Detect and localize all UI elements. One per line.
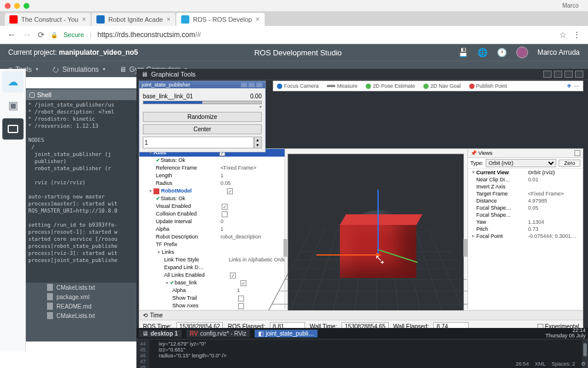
checkbox[interactable]: [222, 211, 228, 217]
file-item[interactable]: package.xml: [47, 292, 136, 301]
browser-chrome: Marco The Construct - You× Robot Ignite …: [0, 0, 588, 44]
robot-academy-icon: [96, 15, 105, 24]
jsp-titlebar[interactable]: joint_state_publisher: [139, 81, 265, 88]
publish-point-button[interactable]: Publish Point: [469, 83, 507, 89]
spin-up-icon[interactable]: ▴▾: [254, 137, 262, 148]
rviz-toolbar: Focus Camera Measure 2D Pose Estimate 2D…: [273, 81, 583, 91]
code-editor[interactable]: 4445464748 ixy="12.679" iyz="0" izz="0.6…: [136, 340, 588, 368]
joint-slider[interactable]: [143, 101, 262, 104]
joint-value: 0.00: [250, 93, 262, 100]
dock-cloud-icon[interactable]: ☁: [2, 71, 24, 92]
browser-tab-2[interactable]: Robot Ignite Acade×: [92, 13, 175, 26]
back-icon[interactable]: ←: [7, 29, 16, 40]
taskbar-rviz[interactable]: RVconfig.rviz* - RViz: [186, 330, 250, 337]
browser-tab-1[interactable]: The Construct - You×: [5, 13, 91, 26]
app-title: ROS Development Studio: [254, 48, 342, 57]
tree-robotmodel[interactable]: RobotModel: [161, 187, 226, 195]
jsp-spinbox[interactable]: [143, 137, 254, 148]
clock-icon[interactable]: 🕐: [497, 48, 507, 57]
pane-title: Graphical Tools: [151, 71, 196, 78]
tree-radius[interactable]: Radius: [156, 180, 220, 187]
tree-links[interactable]: Links: [162, 248, 226, 256]
address-bar: ← → ⟳ 🔒 Secure | https://rds.theconstruc…: [0, 26, 588, 44]
randomize-button[interactable]: Randomize: [143, 112, 262, 122]
views-panel: 📌 Views Type: Orbit (rviz) Zero ▾Current…: [467, 149, 583, 309]
close-icon[interactable]: ×: [166, 15, 171, 24]
pane-minimize-icon[interactable]: [554, 71, 562, 78]
view-type-select[interactable]: Orbit (rviz): [486, 159, 556, 167]
nav-goal-button[interactable]: 2D Nav Goal: [423, 83, 461, 89]
indent-mode[interactable]: Spaces: 2: [552, 361, 575, 367]
pose-estimate-button[interactable]: 2D Pose Estimate: [366, 83, 415, 89]
gear-icon[interactable]: ⚙: [581, 361, 586, 367]
zero-button[interactable]: Zero: [559, 160, 580, 167]
taskbar-desktop[interactable]: 🖥desktop 1: [139, 330, 182, 337]
youtube-icon: [9, 15, 18, 24]
rviz-window: ▾Axes ✔Status: Ok Reference Frame<Fixed …: [139, 148, 583, 337]
shell-output[interactable]: * /joint_state_publisher/us * /robot_des…: [26, 100, 136, 283]
window-min-btn[interactable]: [14, 3, 20, 9]
pane-close-icon[interactable]: [575, 71, 583, 78]
jsp-min-icon[interactable]: [240, 82, 248, 88]
tree-ref-frame[interactable]: Reference Frame: [156, 164, 220, 172]
views-close-icon[interactable]: [574, 150, 580, 156]
dock-terminal-icon[interactable]: ▣: [2, 95, 24, 116]
minus-icon[interactable]: —: [574, 83, 579, 89]
checkbox[interactable]: [238, 303, 244, 309]
tree-length[interactable]: Length: [156, 172, 220, 180]
checkbox[interactable]: [227, 188, 233, 194]
browser-tab-3-active[interactable]: RDS - ROS Develop×: [176, 13, 264, 26]
checkbox[interactable]: [230, 273, 236, 279]
window-close-btn[interactable]: [5, 3, 11, 9]
plus-icon[interactable]: ✚: [567, 83, 572, 89]
rviz-3d-viewport[interactable]: ↖✦: [288, 154, 464, 324]
jsp-title-text: joint_state_publisher: [142, 82, 191, 88]
jsp-max-icon[interactable]: [248, 82, 255, 88]
graphical-tools-titlebar[interactable]: 🖥 Graphical Tools: [136, 69, 588, 80]
tree-visual-enabled[interactable]: Visual Enabled: [156, 203, 220, 210]
forward-icon[interactable]: →: [22, 29, 32, 40]
pin-icon[interactable]: 📌: [470, 150, 477, 156]
username-label[interactable]: Marco Arruda: [537, 48, 580, 57]
pane-maximize-icon[interactable]: [564, 71, 573, 78]
reset-icon[interactable]: ⟲: [143, 312, 148, 319]
tree-collision-enabled[interactable]: Collision Enabled: [156, 210, 220, 218]
file-item[interactable]: CMakeLists.txt: [47, 283, 136, 292]
type-label: Type:: [470, 160, 483, 166]
file-item[interactable]: CMakeLists.txt: [47, 311, 136, 320]
bookmark-star-icon[interactable]: ☆: [559, 30, 567, 39]
shell-title-bar[interactable]: Shell: [26, 89, 136, 100]
save-icon[interactable]: 💾: [458, 48, 468, 57]
file-item[interactable]: README.md: [47, 301, 136, 311]
user-avatar[interactable]: [516, 47, 528, 58]
jsp-close-icon[interactable]: [256, 82, 263, 88]
language-mode[interactable]: XML: [534, 361, 546, 367]
center-button[interactable]: Center: [143, 124, 262, 134]
url-field[interactable]: https://rds.theconstructsim.com/#: [98, 31, 201, 39]
close-icon[interactable]: ×: [256, 15, 260, 24]
browser-menu-icon[interactable]: ⋮: [573, 30, 581, 39]
checkbox[interactable]: [222, 204, 228, 210]
globe-icon[interactable]: 🌐: [477, 48, 487, 57]
window-max-btn[interactable]: [24, 3, 29, 9]
measure-button[interactable]: Measure: [327, 83, 358, 89]
browser-tabs: The Construct - You× Robot Ignite Acade×…: [0, 11, 588, 26]
current-view[interactable]: Current View: [476, 169, 528, 176]
project-label: Current project: manipulator_video_no5: [8, 48, 138, 57]
tree-base-link[interactable]: base_link: [175, 279, 239, 287]
reload-icon[interactable]: ⟳: [38, 30, 45, 39]
displays-panel[interactable]: ▾Axes ✔Status: Ok Reference Frame<Fixed …: [139, 149, 285, 309]
focus-camera-button[interactable]: Focus Camera: [277, 83, 319, 89]
pane-restore-icon[interactable]: [543, 71, 552, 78]
joint-state-publisher-window[interactable]: joint_state_publisher base_link__link_01…: [139, 81, 266, 152]
menu-simulations[interactable]: ⭮Simulations: [52, 65, 105, 74]
checkbox[interactable]: [240, 280, 246, 286]
joint-name: base_link__link_01: [143, 93, 193, 100]
monitor-icon: 🖥: [141, 71, 148, 78]
viewport-left-handle[interactable]: [283, 239, 288, 257]
taskbar-jsp[interactable]: ◧joint_state_publi…: [255, 330, 318, 337]
dock-monitor-icon[interactable]: [2, 118, 24, 140]
close-icon[interactable]: ×: [82, 15, 86, 24]
views-title: Views: [479, 150, 493, 156]
checkbox[interactable]: [238, 296, 244, 301]
